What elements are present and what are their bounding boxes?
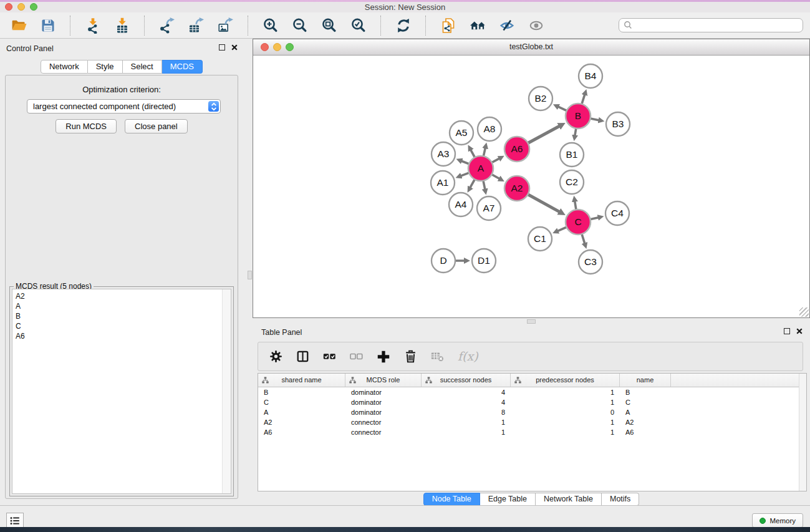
table-cell: 1 (511, 387, 620, 397)
table-cell: 0 (511, 407, 620, 417)
network-canvas[interactable]: B4B2BB3A5A8A6A3B1AA1C2A2A4A7C4CC1C3DD1 (253, 56, 809, 317)
column-header-shared-name[interactable]: shared name (258, 374, 345, 387)
zoom-fit-icon (321, 17, 337, 34)
graph-node-label: B2 (535, 93, 547, 104)
table-row[interactable]: Bdominator41B (258, 387, 806, 397)
tab-motifs[interactable]: Motifs (602, 493, 639, 506)
add-column-button[interactable] (377, 350, 390, 364)
column-header-predecessor-nodes[interactable]: predecessor nodes (511, 374, 620, 387)
table-cell: C (620, 397, 671, 407)
delete-table-button[interactable] (431, 350, 444, 363)
settings-button[interactable] (269, 350, 282, 363)
window-title: Session: New Session (0, 2, 810, 12)
open-file-button[interactable] (6, 14, 31, 37)
zoom-fit-button[interactable] (317, 14, 342, 37)
table-row[interactable]: Adominator80A (258, 407, 806, 417)
column-header-label: MCDS role (367, 376, 400, 384)
table-cell: A6 (620, 427, 671, 437)
export-image-icon (218, 17, 234, 34)
mcds-result-list[interactable]: A2ABCA6 (12, 289, 231, 494)
tab-node-table[interactable]: Node Table (423, 493, 480, 506)
table-row[interactable]: A6connector11A6 (258, 427, 806, 437)
mcds-result-item[interactable]: C (12, 321, 231, 331)
table-header-row: shared nameMCDS rolesuccessor nodesprede… (258, 374, 806, 387)
window-controls (5, 3, 37, 11)
graph-node-label: A3 (438, 148, 450, 159)
task-history-button[interactable] (6, 513, 24, 528)
tab-mcds[interactable]: MCDS (162, 60, 203, 74)
save-session-button[interactable] (36, 14, 60, 37)
minimize-window-button[interactable] (17, 3, 25, 11)
maximize-window-button[interactable] (30, 3, 37, 11)
table-row[interactable]: Cdominator41C (258, 397, 806, 407)
zoom-selected-icon (350, 17, 367, 34)
export-table-button[interactable] (184, 14, 209, 37)
table-panel: Table Panel f(x) shared nameMCDS rolesuc… (253, 324, 810, 505)
close-panel-icon[interactable] (231, 44, 238, 51)
delete-column-button[interactable] (404, 350, 417, 363)
table-cell: dominator (345, 397, 422, 407)
split-view-button[interactable] (296, 350, 309, 363)
table-cell: 4 (422, 387, 511, 397)
optimization-select[interactable]: largest connected component (directed) (27, 99, 221, 114)
memory-button[interactable]: Memory (752, 513, 803, 528)
network-maximize-button[interactable] (286, 43, 294, 51)
column-header-name[interactable]: name (620, 374, 671, 387)
show-details-button[interactable] (524, 14, 549, 37)
control-panel-tabs: NetworkStyleSelectMCDS (0, 60, 243, 74)
network-close-button[interactable] (261, 43, 269, 51)
export-network-button[interactable] (155, 14, 180, 37)
table-row[interactable]: A2connector11A2 (258, 417, 806, 427)
splitter-handle-vertical[interactable] (248, 271, 252, 279)
deselect-all-icon (350, 350, 363, 363)
deselect-all-button[interactable] (350, 350, 363, 363)
export-network-icon (159, 17, 175, 34)
import-network-button[interactable] (80, 14, 105, 37)
function-builder-icon[interactable]: f(x) (458, 351, 478, 362)
home-button[interactable] (465, 14, 490, 37)
mcds-result-item[interactable]: A6 (12, 331, 231, 341)
run-mcds-button[interactable]: Run MCDS (55, 119, 117, 133)
zoom-out-icon (292, 17, 308, 34)
column-header-successor-nodes[interactable]: successor nodes (422, 374, 511, 387)
hide-details-button[interactable] (494, 14, 519, 37)
export-image-button[interactable] (213, 14, 238, 37)
table-panel-title: Table Panel (261, 328, 302, 337)
tab-select[interactable]: Select (123, 60, 162, 74)
graph-node-label: A4 (455, 199, 467, 210)
search-input[interactable] (619, 18, 803, 32)
zoom-in-button[interactable] (258, 14, 283, 37)
float-table-panel-icon[interactable] (784, 328, 790, 334)
splitter-handle-horizontal[interactable] (527, 319, 536, 324)
tab-edge-table[interactable]: Edge Table (480, 493, 536, 506)
table-cell: A (258, 407, 345, 417)
select-all-button[interactable] (323, 350, 336, 363)
zoom-selected-button[interactable] (346, 14, 371, 37)
tab-network-table[interactable]: Network Table (536, 493, 602, 506)
close-table-panel-icon[interactable] (796, 328, 803, 334)
column-header-MCDS-role[interactable]: MCDS role (345, 374, 422, 387)
memory-label: Memory (769, 517, 796, 525)
float-panel-icon[interactable] (219, 44, 225, 51)
refresh-layout-button[interactable] (391, 14, 416, 37)
split-view-icon (296, 350, 309, 363)
zoom-out-button[interactable] (287, 14, 312, 37)
list-icon (9, 515, 21, 526)
tab-network[interactable]: Network (41, 60, 88, 74)
column-header-label: successor nodes (440, 376, 492, 384)
import-table-button[interactable] (110, 14, 135, 37)
mcds-result-item[interactable]: B (12, 311, 231, 321)
graph-node-label: A6 (511, 143, 523, 154)
table-cell: 1 (511, 397, 620, 407)
resize-grip-icon[interactable] (799, 307, 809, 317)
close-window-button[interactable] (5, 3, 12, 11)
table-scrollbar[interactable] (799, 374, 806, 491)
mcds-result-item[interactable]: A (12, 301, 231, 311)
new-network-from-file-button[interactable] (436, 14, 461, 37)
settings-icon (269, 350, 282, 363)
mcds-result-item[interactable]: A2 (12, 291, 231, 301)
close-panel-button[interactable]: Close panel (125, 119, 188, 133)
result-list-scrollbar[interactable] (222, 289, 231, 493)
tab-style[interactable]: Style (88, 60, 123, 74)
network-minimize-button[interactable] (273, 43, 281, 51)
